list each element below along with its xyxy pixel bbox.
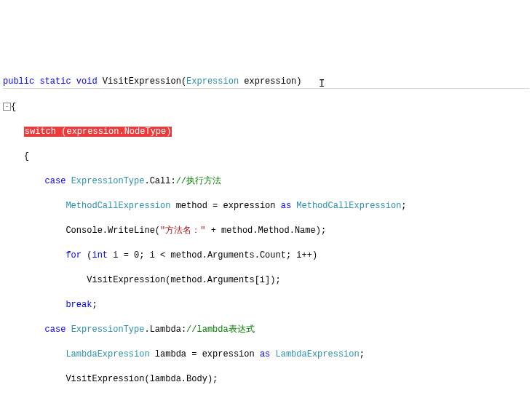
code-line[interactable]: VisitExpression(method.Arguments[i]);: [3, 274, 529, 287]
comment: //执行方法: [176, 176, 221, 186]
type-name: MethodCallExpression: [296, 201, 401, 211]
keyword-public: public: [3, 76, 34, 87]
member-access: method.Arguments.Count: [170, 250, 285, 260]
enum-member: Lambda: [150, 325, 181, 335]
class-name: Console: [65, 226, 102, 236]
method-call: WriteLine: [108, 226, 155, 236]
code-line[interactable]: LambdaExpression lambda = expression as …: [3, 349, 529, 361]
argument: method.Arguments[i]: [170, 275, 270, 285]
keyword-break: break: [65, 300, 92, 310]
variable: i: [296, 250, 301, 260]
keyword-for: for: [65, 250, 82, 260]
enum-member: Call: [150, 176, 171, 186]
variable: lambda: [155, 349, 186, 359]
keyword-void: void: [76, 76, 98, 87]
variable: expression: [202, 349, 255, 359]
code-line[interactable]: break;: [3, 299, 529, 311]
keyword-as: as: [281, 201, 291, 211]
method-name: VisitExpression: [103, 76, 181, 87]
keyword-as: as: [260, 349, 270, 359]
variable: i: [113, 250, 118, 260]
method-call: VisitExpression: [65, 374, 144, 384]
argument: lambda.Body: [150, 374, 207, 384]
keyword-case: case: [45, 325, 66, 335]
param-name: expression: [244, 76, 296, 87]
code-line[interactable]: public static void VisitExpression(Expre…: [3, 76, 529, 89]
enum-type: ExpressionType: [71, 325, 145, 335]
code-line[interactable]: case ExpressionType.Lambda://lambda表达式: [3, 324, 529, 336]
comment: //lambda表达式: [186, 325, 255, 335]
variable: method: [176, 201, 207, 211]
code-line[interactable]: {: [3, 151, 529, 163]
code-line[interactable]: case ExpressionType.Call://执行方法: [3, 175, 529, 188]
type-name: LambdaExpression: [65, 349, 149, 359]
keyword-int: int: [92, 250, 108, 260]
literal: 0: [134, 250, 139, 260]
string-literal: "方法名：": [160, 226, 205, 236]
member-access: method.Method.Name: [221, 226, 316, 236]
code-line[interactable]: switch (expression.NodeType): [3, 126, 529, 138]
code-line[interactable]: -{: [3, 101, 529, 114]
keyword-static: static: [39, 76, 71, 87]
collapse-icon[interactable]: -: [3, 103, 11, 111]
enum-type: ExpressionType: [71, 176, 145, 186]
type-name: MethodCallExpression: [65, 201, 170, 211]
switch-highlight: switch (expression.NodeType): [24, 127, 172, 137]
keyword-case: case: [45, 176, 66, 186]
type-name: LambdaExpression: [276, 349, 360, 359]
variable: i: [150, 250, 155, 260]
param-type: Expression: [186, 76, 239, 87]
variable: expression: [223, 201, 275, 211]
method-call: VisitExpression: [87, 275, 165, 285]
code-line[interactable]: for (int i = 0; i < method.Arguments.Cou…: [3, 250, 529, 262]
code-line[interactable]: VisitExpression(lambda.Body);: [3, 373, 529, 386]
code-line[interactable]: MethodCallExpression method = expression…: [3, 200, 529, 212]
code-line[interactable]: Console.WriteLine("方法名：" + method.Method…: [3, 225, 529, 237]
code-editor[interactable]: I public static void VisitExpression(Exp…: [3, 51, 529, 398]
